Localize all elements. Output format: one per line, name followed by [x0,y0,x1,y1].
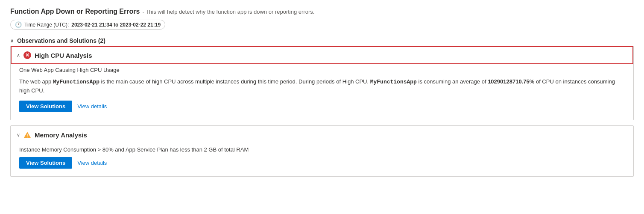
memory-view-details-link[interactable]: View details [77,160,107,166]
time-range-label: Time Range (UTC): [24,22,69,28]
high-cpu-title: High CPU Analysis [35,52,92,59]
high-cpu-view-solutions-button[interactable]: View Solutions [19,101,72,112]
cpu-pct: 10290128710.75% [488,78,534,85]
page-title-block: Function App Down or Reporting Errors- T… [10,8,634,15]
high-cpu-actions: View Solutions View details [19,101,625,112]
high-cpu-description: The web app MyFunctionsApp is the main c… [19,77,625,95]
memory-actions: View Solutions View details [19,157,625,169]
high-cpu-card-body: One Web App Causing High CPU Usage The w… [11,64,633,120]
warning-icon: ! [23,131,31,139]
page-subtitle: - This will help detect why the function… [142,9,314,15]
high-cpu-summary: One Web App Causing High CPU Usage [19,67,625,73]
app-name-1: MyFunctionsApp [53,79,100,85]
svg-text:!: ! [26,134,28,138]
memory-card: ∨ ! Memory Analysis Instance Memory Cons… [10,125,634,177]
memory-view-solutions-button[interactable]: View Solutions [19,157,72,169]
memory-card-header[interactable]: ∨ ! Memory Analysis [11,126,633,144]
desc-before-app1: The web app [19,78,53,85]
clock-icon: 🕐 [15,21,22,28]
time-range-value: 2023-02-21 21:34 to 2023-02-22 21:19 [71,22,161,28]
memory-chevron[interactable]: ∨ [17,132,20,138]
desc-middle: is the main cause of high CPU across mul… [100,78,370,85]
error-icon: ✕ [23,51,31,59]
memory-summary: Instance Memory Consumption > 80% and Ap… [19,146,625,153]
high-cpu-chevron[interactable]: ∧ [17,53,20,58]
page-title: Function App Down or Reporting Errors [10,8,140,15]
desc-after-app2: is consuming an average of [417,78,488,85]
high-cpu-card: ∧ ✕ High CPU Analysis One Web App Causin… [10,46,634,120]
high-cpu-card-header[interactable]: ∧ ✕ High CPU Analysis [11,46,633,64]
observations-section-header: ∧ Observations and Solutions (2) [10,37,634,44]
observations-chevron[interactable]: ∧ [10,38,14,44]
high-cpu-view-details-link[interactable]: View details [77,103,107,110]
memory-card-body: Instance Memory Consumption > 80% and Ap… [11,144,633,176]
observations-label: Observations and Solutions (2) [17,37,105,44]
time-range-badge[interactable]: 🕐 Time Range (UTC): 2023-02-21 21:34 to … [10,20,165,30]
app-name-2: MyFunctionsApp [370,79,417,85]
memory-title: Memory Analysis [35,131,87,139]
